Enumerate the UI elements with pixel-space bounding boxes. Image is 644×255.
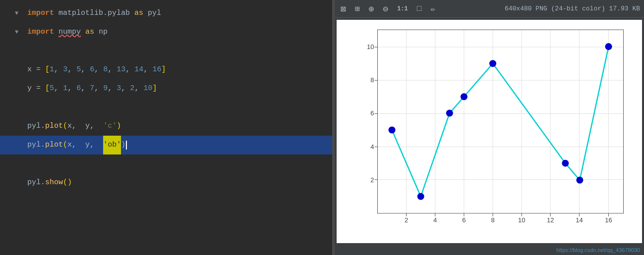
code-line-blank-2 [0,98,332,117]
code-line-8: pyl.plot(x, y, 'ob') [0,136,332,154]
dot-1 [389,126,396,133]
str-ob-highlighted: 'ob' [103,136,121,154]
svg-text:2: 2 [370,176,374,184]
alias-np: np [99,23,108,42]
dot-2 [417,193,424,200]
dot-5 [489,60,496,67]
fold-icon-2[interactable]: ▼ [15,23,18,42]
zoom-out-icon[interactable]: ⊖ [381,2,390,15]
method-show: show [45,173,63,192]
edit-icon[interactable]: ✏ [428,3,437,15]
bracket-open-1: [ [45,60,50,79]
svg-rect-21 [378,214,624,239]
var-y: y [27,79,32,98]
svg-text:6: 6 [462,216,466,224]
zoom-actual-icon[interactable]: 1:1 [395,4,410,13]
svg-text:10: 10 [518,216,525,224]
code-line-7: pyl.plot(x, y, 'c') [0,117,332,136]
image-info: 640x480 PNG (24-bit color) 17.93 KB [505,5,640,12]
dot-8 [605,43,612,50]
svg-rect-15 [345,20,377,243]
keyword-import-2: import [27,23,54,42]
dot-3 [446,109,453,116]
svg-text:4: 4 [433,216,437,224]
code-editor[interactable]: ▼ import matplotlib.pylab as pyl ▼ impor… [0,0,332,255]
svg-text:8: 8 [491,216,494,224]
var-x: x [27,60,32,79]
text-cursor [126,141,127,150]
svg-text:14: 14 [576,216,583,224]
viewer-toolbar: ⊠ ⊞ ⊕ ⊖ 1:1 □ ✏ 640x480 PNG (24-bit colo… [335,0,644,18]
method-plot-1: plot [45,117,63,136]
svg-text:4: 4 [370,143,374,151]
code-line-10: pyl.show() [0,173,332,192]
module-matplotlib: matplotlib.pylab [59,4,130,23]
method-plot-2: plot [45,136,63,154]
svg-text:16: 16 [605,216,612,224]
fold-icon-1[interactable]: ▼ [15,4,18,23]
footer-url: https://blog.csdn.net/qq_43679030 [556,247,640,253]
code-line-5: y = [5, 1, 6, 7, 9, 3, 2, 10] [0,79,332,98]
svg-text:6: 6 [370,109,374,117]
alias-pyl: pyl [148,4,161,23]
code-line-blank-3 [0,154,332,173]
chart-display: 5 4 6 8 8 10 2 2 4 6 8 10 2 4 6 8 [337,20,642,243]
zoom-in-icon[interactable]: ⊕ [366,2,376,15]
svg-text:8: 8 [370,76,374,84]
fit-icon[interactable]: □ [415,3,424,14]
keyword-import-1: import [27,4,54,23]
svg-text:10: 10 [367,43,374,51]
chart-svg: 5 4 6 8 8 10 2 2 4 6 8 10 2 4 6 8 [337,20,642,243]
num-1: 1 [50,60,54,79]
dot-6 [562,160,569,167]
dot-7 [576,177,583,184]
str-c: 'c' [103,117,117,136]
grid-icon[interactable]: ⊞ [353,3,362,15]
viewer-footer: https://blog.csdn.net/qq_43679030 [335,245,644,255]
reset-icon[interactable]: ⊠ [339,2,348,15]
keyword-as-2: as [85,23,94,42]
code-lines: ▼ import matplotlib.pylab as pyl ▼ impor… [0,0,332,196]
module-numpy: numpy [59,23,81,42]
code-line-4: x = [1, 3, 5, 6, 8, 13, 14, 16] [0,60,332,79]
code-line-2: ▼ import numpy as np [0,23,332,42]
dot-4 [461,93,468,100]
svg-text:12: 12 [547,216,554,224]
bracket-close-1: ] [161,60,166,79]
code-line-blank-1 [0,42,332,60]
keyword-as-1: as [134,4,143,23]
image-viewer: ⊠ ⊞ ⊕ ⊖ 1:1 □ ✏ 640x480 PNG (24-bit colo… [335,0,644,255]
code-line-1: ▼ import matplotlib.pylab as pyl [0,4,332,23]
punc-eq-1: = [36,60,41,79]
svg-text:2: 2 [405,216,408,224]
